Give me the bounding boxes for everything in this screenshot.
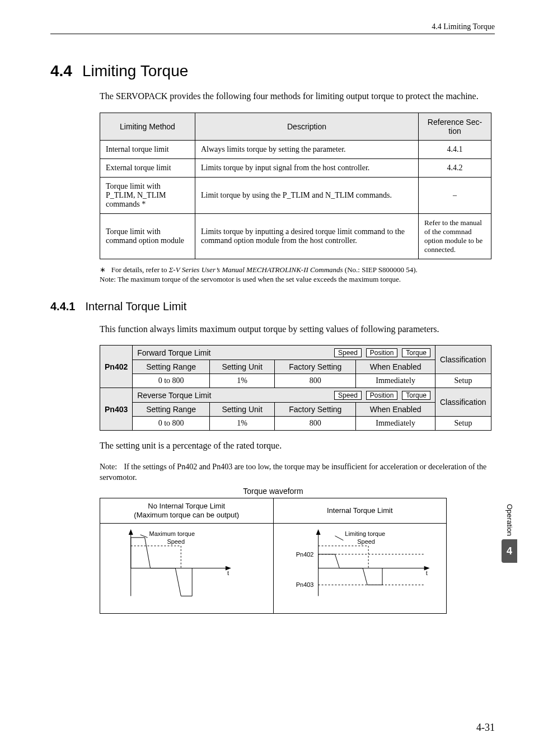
- label-speed: Speed: [167, 538, 185, 545]
- label-pn403: Pn403: [296, 582, 313, 589]
- header-rule: [50, 34, 495, 34]
- waveform-caption: Torque waveform: [100, 487, 447, 496]
- label-t: t: [227, 569, 229, 577]
- param-title: Reverse Torque Limit: [137, 391, 211, 400]
- note-label: Note:: [100, 275, 116, 283]
- page-number: 4-31: [476, 722, 495, 734]
- section-title: Limiting Torque: [82, 62, 188, 80]
- mode-tag: Position: [366, 348, 398, 357]
- svg-marker-8: [316, 529, 320, 535]
- label-max-torque: Maximum torque: [149, 530, 195, 537]
- label-pn402: Pn402: [296, 551, 313, 558]
- waveform-left-title: No Internal Torque Limit (Maximum torque…: [100, 498, 274, 524]
- table-row: Setting Range Setting Unit Factory Setti…: [100, 360, 491, 374]
- subsection-title: Internal Torque Limit: [85, 300, 186, 313]
- classification-head: Classification: [435, 346, 491, 374]
- footnote-asterisk: ∗: [100, 265, 106, 274]
- running-head: 4.4 Limiting Torque: [50, 22, 495, 31]
- table-row: 0 to 800 1% 800 Immediately Setup: [100, 417, 491, 431]
- methods-th-desc: Description: [195, 113, 419, 140]
- subsection-heading: 4.4.1 Internal Torque Limit: [50, 300, 495, 313]
- limiting-methods-table: Limiting Method Description Reference Se…: [100, 113, 491, 259]
- methods-th-method: Limiting Method: [100, 113, 195, 140]
- waveform-right-svg: Limiting torque Speed Pn402 Pn403 t: [274, 524, 446, 613]
- methods-th-ref: Reference Sec- tion: [419, 113, 491, 140]
- section-number: 4.4: [50, 62, 72, 80]
- svg-line-6: [140, 535, 148, 538]
- chapter-tab: Operation 4: [502, 504, 517, 563]
- param-unit-note: The setting unit is a percentage of the …: [100, 440, 495, 452]
- section-intro: The SERVOPACK provides the following fou…: [100, 90, 495, 102]
- mode-tag: Torque: [402, 348, 430, 357]
- mode-tag: Torque: [402, 391, 430, 400]
- mode-tag: Position: [366, 391, 398, 400]
- table-row: Torque limit with command option module …: [100, 213, 491, 259]
- param-pn: Pn402: [100, 346, 133, 388]
- waveform-figure: No Internal Torque Limit (Maximum torque…: [100, 498, 447, 614]
- svg-marker-1: [129, 529, 133, 535]
- mode-tag: Speed: [334, 348, 362, 357]
- label-t: t: [425, 569, 428, 577]
- svg-line-15: [335, 536, 343, 540]
- waveform-right: Limiting torque Speed Pn402 Pn403 t: [274, 524, 447, 613]
- chapter-tab-number: 4: [502, 539, 517, 563]
- label-limiting-torque: Limiting torque: [345, 530, 385, 537]
- mode-tag: Speed: [334, 391, 362, 400]
- waveform-left-svg: Maximum torque Speed t: [100, 524, 273, 613]
- table-row: Internal torque limit Always limits torq…: [100, 140, 491, 158]
- table-row: Pn402 Forward Torque Limit Speed Positio…: [100, 346, 491, 360]
- methods-footnotes: ∗ For details, refer to Σ-V Series User’…: [100, 265, 495, 284]
- table-row: Pn403 Reverse Torque Limit Speed Positio…: [100, 388, 491, 403]
- table-row: 0 to 800 1% 800 Immediately Setup: [100, 374, 491, 388]
- chapter-tab-label: Operation: [505, 504, 514, 536]
- subsection-number: 4.4.1: [50, 300, 75, 313]
- waveform-right-title: Internal Torque Limit: [274, 498, 447, 524]
- classification-head: Classification: [435, 388, 491, 417]
- section-heading: 4.4 Limiting Torque: [50, 62, 495, 80]
- table-row: External torque limit Limits torque by i…: [100, 158, 491, 177]
- subsection-intro: This function always limits maximum outp…: [100, 323, 495, 335]
- parameter-table: Pn402 Forward Torque Limit Speed Positio…: [100, 345, 491, 431]
- table-row: Torque limit with P_TLIM, N_TLIM command…: [100, 177, 491, 213]
- param-title: Forward Torque Limit: [137, 348, 210, 357]
- label-speed: Speed: [357, 538, 375, 545]
- table-row: Setting Range Setting Unit Factory Setti…: [100, 403, 491, 417]
- param-note: Note: If the settings of Pn402 and Pn403…: [100, 462, 495, 483]
- waveform-left: Maximum torque Speed t: [100, 524, 274, 613]
- param-pn: Pn403: [100, 388, 133, 431]
